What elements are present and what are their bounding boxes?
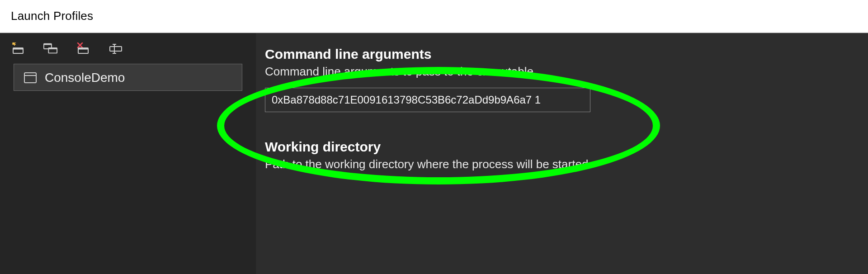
rename-profile-button[interactable] (108, 42, 123, 55)
profiles-toolbar (0, 33, 256, 64)
working-directory-title: Working directory (265, 139, 850, 155)
svg-rect-2 (13, 48, 23, 50)
profile-item-label: ConsoleDemo (45, 71, 125, 85)
new-profile-icon (11, 43, 25, 54)
duplicate-profile-button[interactable] (43, 42, 58, 55)
profile-item-consoledemo[interactable]: ConsoleDemo (14, 64, 242, 91)
svg-rect-6 (48, 48, 57, 49)
rename-profile-icon (109, 43, 123, 54)
delete-profile-button[interactable] (76, 42, 90, 55)
svg-rect-4 (44, 44, 52, 45)
working-directory-description: Path to the working directory where the … (265, 157, 850, 171)
working-directory-section: Working directory Path to the working di… (265, 139, 850, 171)
cli-args-title: Command line arguments (265, 47, 850, 62)
command-line-arguments-section: Command line arguments Command line argu… (265, 47, 850, 112)
profiles-sidebar: ConsoleDemo (0, 33, 256, 274)
dialog-title: Launch Profiles (0, 0, 868, 33)
new-profile-button[interactable] (11, 42, 25, 55)
profile-settings-panel: Command line arguments Command line argu… (256, 33, 868, 274)
svg-rect-15 (24, 73, 36, 83)
launch-profiles-window: Launch Profiles (0, 0, 868, 274)
profile-list: ConsoleDemo (0, 64, 256, 91)
delete-profile-icon (76, 43, 90, 54)
dialog-body: ConsoleDemo Command line arguments Comma… (0, 33, 868, 274)
application-icon (24, 72, 37, 83)
svg-rect-10 (78, 48, 88, 50)
duplicate-profile-icon (43, 43, 58, 54)
cli-args-input[interactable] (265, 88, 590, 112)
cli-args-description: Command line arguments to pass to the ex… (265, 65, 850, 79)
svg-rect-11 (110, 47, 122, 51)
